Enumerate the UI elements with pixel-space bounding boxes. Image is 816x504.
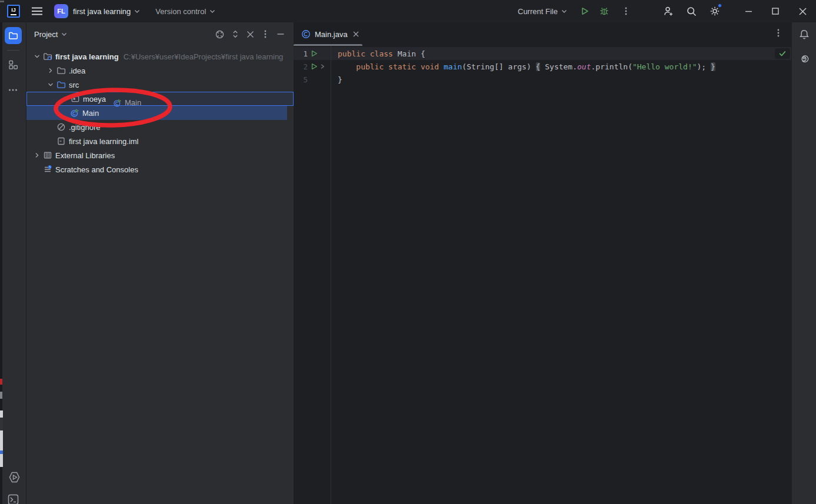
tab-main-java[interactable]: Main.java: [294, 22, 366, 46]
tree-item-label: Scratches and Consoles: [55, 165, 138, 174]
editor-tab-bar: Main.java: [294, 22, 791, 46]
source-folder-icon: [56, 80, 66, 89]
tree-item-label: .gitignore: [69, 123, 100, 132]
class-file-icon: [301, 29, 311, 39]
tree-item-label: moeya: [83, 95, 106, 104]
chevron-down-icon: [208, 7, 217, 15]
line-number: 1: [296, 49, 308, 58]
run-line-icon[interactable]: [311, 63, 318, 70]
class-icon: [113, 98, 122, 107]
folder-icon: [56, 66, 66, 75]
line-number: 2: [296, 62, 308, 71]
editor-options-button[interactable]: [774, 28, 783, 38]
tree-item-label: External Libraries: [55, 151, 115, 160]
chevron-down-icon: [133, 7, 141, 15]
editor-area[interactable]: Main.java 1public class Main {2 public s…: [294, 22, 791, 504]
chevron-right-icon[interactable]: [32, 151, 42, 160]
tree-row-scratches-and-consoles[interactable]: Scratches and Consoles: [26, 162, 294, 176]
active-tab-indicator: [294, 44, 362, 46]
search-everywhere-button[interactable]: [686, 6, 697, 17]
screen-edge-artifact: [0, 379, 2, 385]
gutter: [308, 73, 331, 86]
locate-file-button[interactable]: [215, 29, 225, 39]
chevron-down-icon[interactable]: [32, 52, 42, 61]
code-with-me-button[interactable]: [662, 5, 674, 17]
services-tool-button[interactable]: [8, 470, 21, 484]
code-editor[interactable]: 1public class Main {2 public static void…: [294, 47, 791, 86]
hide-panel-button[interactable]: [276, 29, 285, 39]
inspection-ok-icon: [778, 49, 787, 58]
tree-row-main[interactable]: Main: [26, 106, 287, 120]
more-tool-windows-button[interactable]: [8, 85, 18, 95]
tree-row-moeya[interactable]: moeya: [26, 92, 294, 106]
code-text: }: [338, 75, 342, 84]
tab-close-icon[interactable]: [353, 31, 359, 37]
library-icon: [43, 151, 52, 160]
package-icon: [71, 94, 80, 104]
tree-item-label: Main: [82, 109, 99, 118]
close-button[interactable]: [789, 0, 816, 22]
more-actions-button[interactable]: [621, 6, 631, 16]
chevron-right-icon[interactable]: [46, 66, 55, 75]
inspection-widget[interactable]: [775, 48, 790, 59]
minimize-button[interactable]: [735, 0, 762, 22]
ignored-icon: [56, 122, 66, 132]
project-panel: Project: [26, 22, 294, 504]
tree-row-first-java-learning[interactable]: first java learningC:¥Users¥user¥IdeaPro…: [26, 49, 294, 64]
code-text: public static void main(String[] args) {…: [338, 62, 715, 71]
expand-all-button[interactable]: [231, 29, 240, 39]
code-line-1[interactable]: 1public class Main {: [294, 47, 791, 60]
screen-edge-artifact: [0, 392, 2, 399]
chevron-down-icon: [60, 30, 68, 38]
ai-assistant-button[interactable]: [798, 52, 810, 64]
screen-edge-artifact: [0, 450, 3, 454]
intellij-window: IJ FL first java learning Version contro…: [0, 0, 816, 504]
screen-edge-artifact: [0, 418, 3, 430]
title-bar: IJ FL first java learning Version contro…: [0, 0, 816, 22]
project-folder-icon: [43, 52, 52, 61]
chevron-down-icon: [560, 7, 568, 15]
scratches-icon: [43, 165, 52, 174]
vcs-widget[interactable]: Version control: [141, 7, 217, 16]
left-tool-stripe: [0, 22, 26, 504]
project-tree: first java learningC:¥Users¥user¥IdeaPro…: [26, 49, 294, 176]
project-widget[interactable]: first java learning: [68, 7, 141, 16]
tree-row-first-java-learning-iml[interactable]: first java learning.iml: [26, 134, 294, 148]
tree-row-src[interactable]: src: [26, 78, 294, 92]
fold-icon[interactable]: [319, 64, 325, 69]
code-line-2[interactable]: 2 public static void main(String[] args)…: [294, 60, 791, 73]
tree-item-label: first java learning.iml: [69, 137, 139, 146]
notifications-button[interactable]: [798, 29, 816, 41]
panel-options-button[interactable]: [261, 29, 270, 39]
project-panel-header: Project: [26, 22, 294, 46]
project-view-select[interactable]: Project: [34, 30, 68, 39]
run-configuration-select[interactable]: Current File: [518, 7, 568, 16]
tree-row-external-libraries[interactable]: External Libraries: [26, 148, 294, 162]
main-menu-button[interactable]: [31, 6, 43, 16]
gutter: [308, 47, 331, 60]
run-line-icon[interactable]: [311, 50, 318, 57]
screen-edge-artifact: [0, 1, 4, 2]
drag-ghost: Main: [113, 98, 141, 107]
stripe-divider: [7, 50, 19, 51]
project-path: C:¥Users¥user¥IdeaProjects¥first java le…: [124, 52, 284, 61]
gutter: [308, 60, 331, 73]
debug-button[interactable]: [599, 6, 609, 16]
tree-item-label: .idea: [69, 66, 85, 75]
project-avatar[interactable]: FL: [54, 4, 68, 18]
terminal-tool-button[interactable]: [8, 494, 19, 504]
settings-button[interactable]: [709, 5, 721, 17]
chevron-down-icon[interactable]: [46, 80, 55, 89]
collapse-all-button[interactable]: [246, 30, 255, 39]
maximize-button[interactable]: [762, 0, 789, 22]
code-line-5[interactable]: 5}: [294, 73, 791, 86]
project-tool-button[interactable]: [5, 27, 22, 44]
structure-tool-button[interactable]: [8, 59, 18, 70]
right-tool-stripe: [791, 22, 816, 504]
tree-row--idea[interactable]: .idea: [26, 64, 294, 78]
tree-row--gitignore[interactable]: .gitignore: [26, 120, 294, 134]
run-button[interactable]: [579, 6, 590, 16]
tree-item-label: src: [69, 81, 79, 89]
settings-badge: [718, 4, 722, 8]
code-text: public class Main {: [338, 49, 425, 58]
